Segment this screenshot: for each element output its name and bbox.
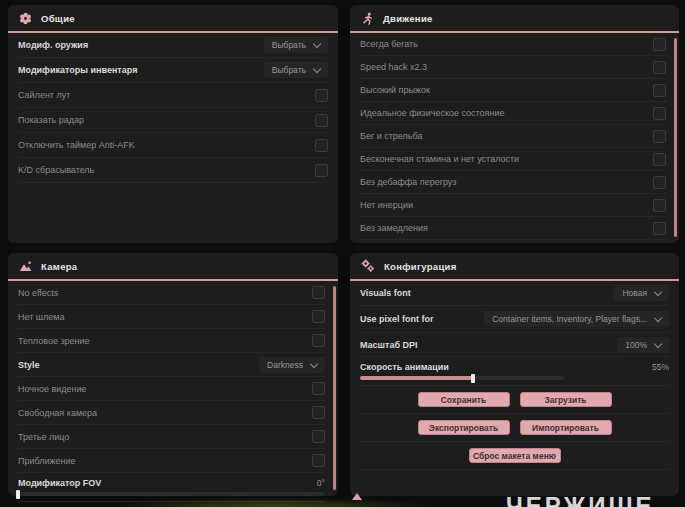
kd-resetter-checkbox[interactable] (315, 164, 328, 177)
inventory-mods-dropdown[interactable]: Выбрать (264, 62, 328, 78)
row-inventory-mods: Модификаторы инвентаря Выбрать (18, 58, 328, 83)
resize-grip[interactable] (352, 493, 362, 500)
row-thermal-vision: Тепловое зрение (18, 329, 325, 353)
row-label: Третье лицо (18, 432, 69, 442)
dropdown-value: Выбрать (272, 65, 306, 75)
load-button[interactable]: Загрузить (520, 392, 612, 407)
image-icon (19, 260, 32, 273)
row-label: Высокий прыжок (360, 85, 430, 95)
row-label: Показать радар (18, 115, 84, 125)
animation-speed-handle[interactable] (471, 374, 475, 383)
row-label: Visuals font (360, 288, 411, 298)
row-weapon-mod: Модиф. оружия Выбрать (18, 33, 328, 58)
dropdown-value: 100% (625, 340, 647, 350)
high-jump-checkbox[interactable] (653, 84, 666, 97)
silent-loot-checkbox[interactable] (315, 89, 328, 102)
style-dropdown[interactable]: Darkness (259, 357, 325, 373)
row-high-jump: Высокий прыжок (360, 79, 666, 102)
row-no-inertia: Нет инерции (360, 194, 666, 217)
row-label: Без замедления (360, 223, 428, 233)
row-night-vision: Ночное видение (18, 377, 325, 401)
row-label: Свободная камера (18, 408, 97, 418)
weapon-mod-dropdown[interactable]: Выбрать (264, 37, 328, 53)
panel-general-header[interactable]: Общие (8, 5, 338, 31)
row-visuals-font: Visuals font Новая (360, 281, 669, 306)
background-game-text: ЧЕРЖИШЕ (506, 494, 685, 507)
dropdown-value: Выбрать (272, 40, 306, 50)
panel-title: Общие (41, 13, 75, 24)
infinite-stamina-checkbox[interactable] (653, 153, 666, 166)
row-run-and-shoot: Бег и стрельба (360, 125, 666, 148)
fov-value: 0° (317, 478, 325, 488)
animation-speed-slider[interactable] (360, 376, 565, 380)
row-label: Бесконечная стамина и нет усталости (360, 154, 519, 164)
row-zoom: Приближение (18, 449, 325, 473)
row-label: Приближение (18, 456, 76, 466)
game-background-glow (108, 498, 438, 507)
dropdown-value: Darkness (267, 360, 303, 370)
thermal-vision-checkbox[interactable] (312, 334, 325, 347)
row-label: Сайлент лут (18, 90, 70, 100)
runner-icon (361, 12, 374, 25)
row-label: Style (18, 360, 40, 370)
no-helmet-checkbox[interactable] (312, 310, 325, 323)
row-no-slowdown: Без замедления (360, 217, 666, 240)
row-label: Нет инерции (360, 200, 413, 210)
speed-hack-checkbox[interactable] (653, 61, 666, 74)
fov-slider-handle[interactable] (16, 490, 20, 499)
row-style: Style Darkness (18, 353, 325, 377)
run-and-shoot-checkbox[interactable] (653, 130, 666, 143)
animation-speed-fill (360, 376, 473, 380)
panel-config-header[interactable]: Конфигурация (350, 253, 679, 279)
panel-title: Движение (383, 13, 433, 24)
scrollbar[interactable] (333, 286, 336, 490)
anti-afk-checkbox[interactable] (315, 139, 328, 152)
row-label: Нет шлема (18, 312, 65, 322)
row-label: K/D сбрасыватель (18, 165, 94, 175)
button-row-reset: Сброс макета меню (360, 442, 669, 470)
scrollbar[interactable] (674, 38, 677, 237)
export-button[interactable]: Экспортировать (418, 420, 510, 435)
always-run-checkbox[interactable] (653, 38, 666, 51)
row-anti-afk: Отключить таймер Anti-AFK (18, 133, 328, 158)
import-button[interactable]: Импортировать (520, 420, 612, 435)
row-label: Модификаторы инвентаря (18, 65, 137, 75)
chevron-down-icon (313, 40, 321, 48)
zoom-checkbox[interactable] (312, 454, 325, 467)
panel-config: Конфигурация Visuals font Новая Use pixe… (350, 253, 679, 496)
free-camera-checkbox[interactable] (312, 406, 325, 419)
save-button[interactable]: Сохранить (418, 392, 510, 407)
panel-camera-header[interactable]: Камера (8, 253, 338, 279)
pixel-font-dropdown[interactable]: Container items, Inventory, Player flags… (484, 311, 669, 327)
row-animation-speed: Скорость анимации 55% (360, 357, 669, 386)
dropdown-value: Container items, Inventory, Player flags… (492, 314, 647, 324)
panel-camera: Камера No effects Нет шлема Тепловое зре… (8, 253, 338, 496)
visuals-font-dropdown[interactable]: Новая (614, 285, 669, 301)
panel-movement-header[interactable]: Движение (350, 5, 679, 31)
row-infinite-stamina: Бесконечная стамина и нет усталости (360, 148, 666, 171)
row-label: Без дебаффа перегруз (360, 177, 456, 187)
no-slowdown-checkbox[interactable] (653, 222, 666, 235)
reset-layout-button[interactable]: Сброс макета меню (469, 448, 561, 463)
panel-title: Камера (41, 261, 77, 272)
no-inertia-checkbox[interactable] (653, 199, 666, 212)
dropdown-value: Новая (622, 288, 647, 298)
no-effects-checkbox[interactable] (312, 286, 325, 299)
row-always-run: Всегда бегать (360, 33, 666, 56)
show-radar-checkbox[interactable] (315, 114, 328, 127)
row-pixel-font: Use pixel font for Container items, Inve… (360, 306, 669, 333)
row-label: Модиф. оружия (18, 40, 88, 50)
chevron-down-icon (654, 339, 662, 347)
row-kd-resetter: K/D сбрасыватель (18, 158, 328, 183)
third-person-checkbox[interactable] (312, 430, 325, 443)
panel-movement: Движение Всегда бегать Speed hack x2.3 В… (350, 5, 679, 243)
row-label: Бег и стрельба (360, 131, 422, 141)
perfect-condition-checkbox[interactable] (653, 107, 666, 120)
row-no-effects: No effects (18, 281, 325, 305)
no-overload-debuff-checkbox[interactable] (653, 176, 666, 189)
dpi-scale-dropdown[interactable]: 100% (617, 337, 669, 353)
fov-slider[interactable] (18, 492, 325, 496)
night-vision-checkbox[interactable] (312, 382, 325, 395)
row-label: Тепловое зрение (18, 336, 90, 346)
chevron-down-icon (313, 65, 321, 73)
